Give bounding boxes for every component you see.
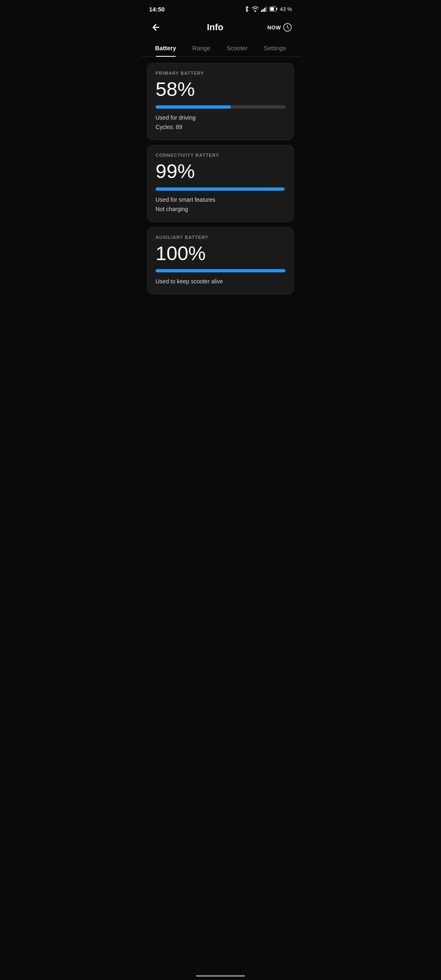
tabs-container: Battery Range Scooter Settings [141, 40, 300, 57]
primary-battery-card: PRIMARY BATTERY 58% Used for driving Cyc… [147, 63, 294, 140]
primary-battery-percentage: 58% [156, 79, 285, 100]
auxiliary-battery-progress-fill [156, 269, 285, 272]
device-battery-icon [270, 7, 278, 11]
main-content: PRIMARY BATTERY 58% Used for driving Cyc… [141, 57, 300, 301]
svg-rect-2 [264, 8, 265, 12]
connectivity-battery-description: Used for smart features Not charging [156, 196, 285, 214]
page-title: Info [163, 22, 267, 33]
back-button[interactable] [149, 20, 163, 34]
auxiliary-battery-card: AUXILIARY BATTERY 100% Used to keep scoo… [147, 227, 294, 295]
connectivity-battery-percentage: 99% [156, 161, 285, 183]
svg-rect-1 [263, 9, 264, 12]
svg-rect-0 [261, 10, 262, 12]
back-arrow-icon [151, 22, 161, 32]
signal-icon [261, 6, 267, 12]
tab-battery[interactable]: Battery [149, 40, 183, 56]
status-icons: 43 % [244, 6, 292, 12]
tab-scooter[interactable]: Scooter [220, 40, 254, 56]
auxiliary-battery-desc1: Used to keep scooter alive [156, 277, 285, 286]
svg-rect-5 [270, 7, 274, 11]
clock-icon [283, 23, 292, 32]
connectivity-battery-desc1: Used for smart features [156, 196, 285, 204]
primary-battery-desc2: Cycles: 89 [156, 123, 285, 131]
wifi-icon [252, 6, 259, 12]
svg-rect-6 [276, 8, 277, 10]
primary-battery-desc1: Used for driving [156, 114, 285, 122]
now-button[interactable]: NOW [267, 23, 292, 32]
connectivity-battery-progress-fill [156, 187, 284, 191]
primary-battery-description: Used for driving Cycles: 89 [156, 114, 285, 131]
tab-settings[interactable]: Settings [258, 40, 292, 56]
primary-battery-label: PRIMARY BATTERY [156, 71, 285, 76]
connectivity-battery-label: CONNECTIVITY BATTERY [156, 153, 285, 158]
svg-rect-3 [266, 7, 267, 12]
connectivity-battery-desc2: Not charging [156, 205, 285, 214]
tab-range[interactable]: Range [186, 40, 216, 56]
auxiliary-battery-percentage: 100% [156, 243, 285, 265]
primary-battery-progress-fill [156, 105, 231, 109]
status-time: 14:50 [149, 6, 165, 13]
status-bar: 14:50 43 % [141, 0, 300, 16]
connectivity-battery-card: CONNECTIVITY BATTERY 99% Used for smart … [147, 145, 294, 222]
auxiliary-battery-progress-container [156, 269, 285, 272]
battery-percentage: 43 % [280, 6, 292, 12]
auxiliary-battery-label: AUXILIARY BATTERY [156, 235, 285, 240]
bluetooth-icon [244, 6, 249, 12]
primary-battery-progress-container [156, 105, 285, 109]
header: Info NOW [141, 16, 300, 40]
connectivity-battery-progress-container [156, 187, 285, 191]
auxiliary-battery-description: Used to keep scooter alive [156, 277, 285, 286]
now-label: NOW [267, 24, 281, 31]
